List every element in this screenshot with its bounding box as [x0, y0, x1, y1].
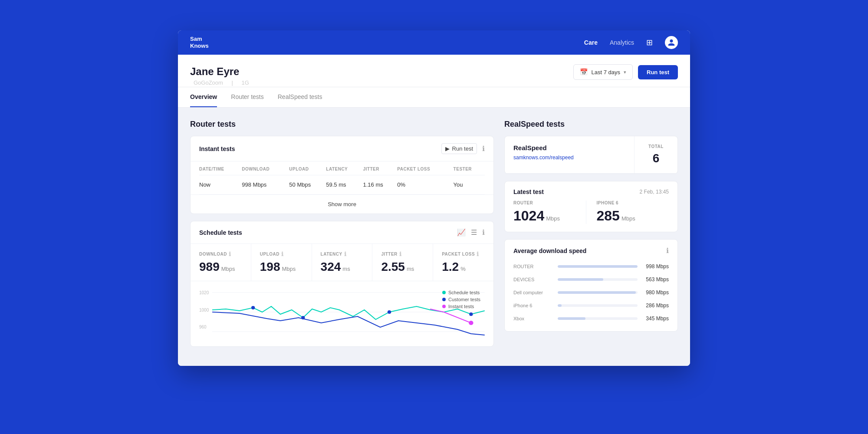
avg-bar: [558, 317, 585, 320]
svg-point-5: [388, 310, 391, 314]
schedule-metrics-row: DOWNLOAD ℹ 989Mbps UPLOAD ℹ 19: [191, 244, 493, 281]
list-icon[interactable]: ☰: [471, 228, 477, 237]
avg-bar-wrap: [558, 291, 638, 294]
avg-bar-wrap: [558, 265, 638, 268]
cell-tester: You: [454, 175, 485, 194]
instant-tests-header: Instant tests ▶ Run test ℹ: [191, 136, 493, 161]
metric-latency: LATENCY ℹ 324ms: [312, 244, 373, 281]
app-logo[interactable]: Sam Knows: [190, 36, 209, 49]
cell-packet-loss: 0%: [397, 175, 453, 194]
cell-jitter: 1.16 ms: [363, 175, 397, 194]
cell-download: 998 Mbps: [242, 175, 289, 194]
nav-link-analytics[interactable]: Analytics: [610, 39, 634, 46]
date-range-selector[interactable]: 📅 Last 7 days ▾: [573, 64, 633, 80]
legend-schedule: Schedule tests: [442, 290, 480, 295]
instant-tests-table-container: DATE/TIME DOWNLOAD UPLOAD LATENCY JITTER…: [191, 161, 493, 194]
realspeed-name: RealSpeed: [513, 144, 625, 151]
avg-row-value: 563 Mbps: [643, 276, 669, 283]
instant-run-test-button[interactable]: ▶ Run test: [441, 143, 477, 154]
nav-right: Care Analytics ⊞: [584, 36, 678, 49]
cell-datetime: Now: [199, 175, 242, 194]
schedule-tests-header: Schedule tests 📈 ☰ ℹ: [191, 221, 493, 244]
jitter-info-icon[interactable]: ℹ: [399, 251, 402, 257]
tab-router-tests[interactable]: Router tests: [231, 87, 263, 107]
nav-bar: Sam Knows Care Analytics ⊞: [178, 30, 690, 55]
latest-test-metrics: ROUTER 1024Mbps IPHONE 6 285Mbps: [505, 201, 677, 232]
schedule-chart: 1020 1000 960: [191, 281, 493, 346]
latest-test-card: Latest test 2 Feb, 13:45 ROUTER 1024Mbps…: [504, 181, 678, 232]
pktloss-info-icon[interactable]: ℹ: [477, 251, 479, 257]
table-row: Now 998 Mbps 50 Mbps 59.5 ms 1.16 ms 0% …: [199, 175, 485, 194]
metric-download: DOWNLOAD ℹ 989Mbps: [191, 244, 251, 281]
latency-info-icon[interactable]: ℹ: [344, 251, 347, 257]
col-datetime: DATE/TIME: [199, 161, 242, 175]
instant-tests-title: Instant tests: [199, 145, 235, 152]
svg-point-6: [469, 312, 473, 316]
instant-tests-info-icon[interactable]: ℹ: [482, 145, 485, 153]
calendar-icon: 📅: [580, 68, 588, 76]
schedule-tests-card: Schedule tests 📈 ☰ ℹ DOWNLOAD ℹ: [190, 221, 494, 347]
metric-jitter: JITTER ℹ 2.55ms: [372, 244, 433, 281]
show-more-button[interactable]: Show more: [191, 194, 493, 214]
avg-row-value: 998 Mbps: [643, 263, 669, 270]
avg-row: DEVICES 563 Mbps: [513, 273, 669, 286]
grid-icon[interactable]: ⊞: [646, 38, 653, 47]
left-column: Router tests Instant tests ▶ Run test ℹ: [190, 120, 494, 354]
col-upload: UPLOAD: [289, 161, 326, 175]
lt-metric-iphone: IPHONE 6 285Mbps: [586, 201, 669, 224]
run-test-button[interactable]: Run test: [638, 65, 678, 79]
svg-point-3: [251, 306, 255, 309]
cell-upload: 50 Mbps: [289, 175, 326, 194]
schedule-tests-actions: 📈 ☰ ℹ: [457, 228, 485, 237]
latest-test-header: Latest test 2 Feb, 13:45: [505, 181, 677, 201]
avg-bar-wrap: [558, 317, 638, 320]
legend-customer: Customer tests: [442, 297, 480, 302]
legend-schedule-dot: [442, 291, 446, 294]
avg-download-header: Average download speed ℹ: [505, 240, 677, 258]
user-info: Jane Eyre GoGoZoom | 1G: [190, 66, 253, 86]
play-icon: ▶: [445, 145, 450, 152]
col-tester: TESTER: [454, 161, 485, 175]
instant-tests-table: DATE/TIME DOWNLOAD UPLOAD LATENCY JITTER…: [199, 161, 485, 194]
y-label-1000: 1000: [199, 308, 209, 312]
cell-latency: 59.5 ms: [326, 175, 363, 194]
avg-bar: [558, 291, 636, 294]
header-actions: 📅 Last 7 days ▾ Run test: [573, 64, 678, 80]
metric-packet-loss: PACKET LOSS ℹ 1.2%: [433, 244, 493, 281]
realspeed-info: RealSpeed samknows.com/realspeed: [505, 136, 634, 173]
avg-download-rows: ROUTER 998 Mbps DEVICES 563 Mbps Dell co…: [505, 258, 677, 331]
upload-info-icon[interactable]: ℹ: [281, 251, 284, 257]
tab-realspeed-tests[interactable]: RealSpeed tests: [278, 87, 322, 107]
avg-download-info-icon[interactable]: ℹ: [666, 247, 669, 255]
avg-row: ROUTER 998 Mbps: [513, 260, 669, 273]
y-label-1020: 1020: [199, 290, 209, 295]
download-info-icon[interactable]: ℹ: [229, 251, 231, 257]
avatar[interactable]: [665, 36, 678, 49]
tab-overview[interactable]: Overview: [190, 87, 217, 107]
avg-bar: [558, 265, 638, 268]
avg-bar: [558, 278, 603, 281]
realspeed-header: RealSpeed samknows.com/realspeed TOTAL 6: [505, 136, 677, 174]
realspeed-link[interactable]: samknows.com/realspeed: [513, 155, 574, 161]
router-tests-title: Router tests: [190, 120, 494, 129]
avg-row-label: Xbox: [513, 316, 552, 321]
date-range-label: Last 7 days: [592, 69, 621, 76]
user-meta: GoGoZoom | 1G: [190, 79, 253, 86]
chart-icon[interactable]: 📈: [457, 228, 466, 237]
caret-down-icon: ▾: [624, 69, 626, 75]
latest-test-date: 2 Feb, 13:45: [640, 189, 669, 195]
avg-download-card: Average download speed ℹ ROUTER 998 Mbps…: [504, 239, 678, 332]
schedule-tests-info-icon[interactable]: ℹ: [482, 228, 485, 237]
lt-metric-router: ROUTER 1024Mbps: [513, 201, 586, 224]
nav-link-care[interactable]: Care: [584, 39, 598, 46]
avg-row-label: ROUTER: [513, 264, 552, 269]
col-jitter: JITTER: [363, 161, 397, 175]
y-label-960: 960: [199, 325, 209, 329]
avg-row: iPhone 6 286 Mbps: [513, 299, 669, 312]
legend-customer-dot: [442, 298, 446, 301]
avg-row-label: Dell computer: [513, 290, 552, 295]
instant-tests-actions: ▶ Run test ℹ: [441, 143, 485, 154]
user-name: Jane Eyre: [190, 66, 253, 78]
latest-test-title: Latest test: [513, 188, 544, 195]
avg-bar-wrap: [558, 304, 638, 307]
